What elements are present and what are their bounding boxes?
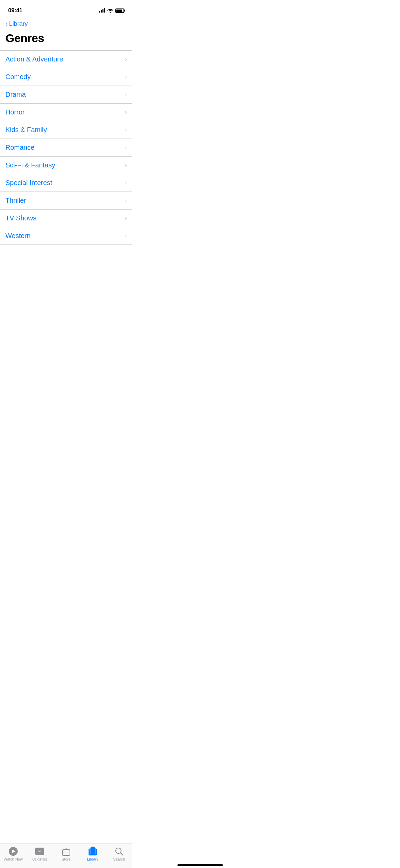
genre-item-horror[interactable]: Horror› [0, 104, 132, 121]
genre-label-drama: Drama [5, 91, 26, 98]
signal-icon [99, 8, 105, 13]
genre-label-western: Western [5, 232, 31, 240]
chevron-right-icon: › [125, 56, 127, 63]
wifi-icon [107, 8, 113, 13]
status-bar: 09:41 [0, 0, 132, 16]
genre-label-thriller: Thriller [5, 197, 26, 204]
genre-item-comedy[interactable]: Comedy› [0, 68, 132, 86]
genre-label-tv-shows: TV Shows [5, 214, 36, 222]
chevron-right-icon: › [125, 215, 127, 222]
status-time: 09:41 [8, 7, 22, 14]
genre-list: Action & Adventure›Comedy›Drama›Horror›K… [0, 50, 132, 245]
chevron-right-icon: › [125, 91, 127, 98]
chevron-right-icon: › [125, 197, 127, 204]
genre-item-romance[interactable]: Romance› [0, 139, 132, 157]
chevron-right-icon: › [125, 162, 127, 169]
chevron-right-icon: › [125, 179, 127, 186]
genre-item-western[interactable]: Western› [0, 227, 132, 245]
chevron-right-icon: › [125, 126, 127, 133]
back-label: Library [9, 20, 28, 28]
genre-item-drama[interactable]: Drama› [0, 86, 132, 104]
genre-label-romance: Romance [5, 144, 35, 151]
chevron-right-icon: › [125, 144, 127, 151]
genre-item-special-interest[interactable]: Special Interest› [0, 174, 132, 192]
chevron-right-icon: › [125, 232, 127, 239]
genre-label-comedy: Comedy [5, 73, 31, 81]
genre-label-horror: Horror [5, 108, 25, 116]
genre-item-tv-shows[interactable]: TV Shows› [0, 210, 132, 227]
genre-label-kids-family: Kids & Family [5, 126, 47, 134]
back-chevron-icon: ‹ [5, 20, 8, 27]
genre-item-action-adventure[interactable]: Action & Adventure› [0, 50, 132, 68]
genre-item-thriller[interactable]: Thriller› [0, 192, 132, 210]
genre-item-sci-fi-fantasy[interactable]: Sci-Fi & Fantasy› [0, 157, 132, 174]
genre-label-action-adventure: Action & Adventure [5, 55, 63, 63]
genre-label-special-interest: Special Interest [5, 179, 52, 187]
genre-label-sci-fi-fantasy: Sci-Fi & Fantasy [5, 161, 55, 169]
genre-item-kids-family[interactable]: Kids & Family› [0, 121, 132, 139]
page-title: Genres [0, 30, 132, 50]
battery-icon [115, 8, 124, 13]
back-button[interactable]: ‹ Library [0, 16, 132, 30]
status-icons [99, 8, 124, 13]
chevron-right-icon: › [125, 73, 127, 80]
chevron-right-icon: › [125, 109, 127, 116]
